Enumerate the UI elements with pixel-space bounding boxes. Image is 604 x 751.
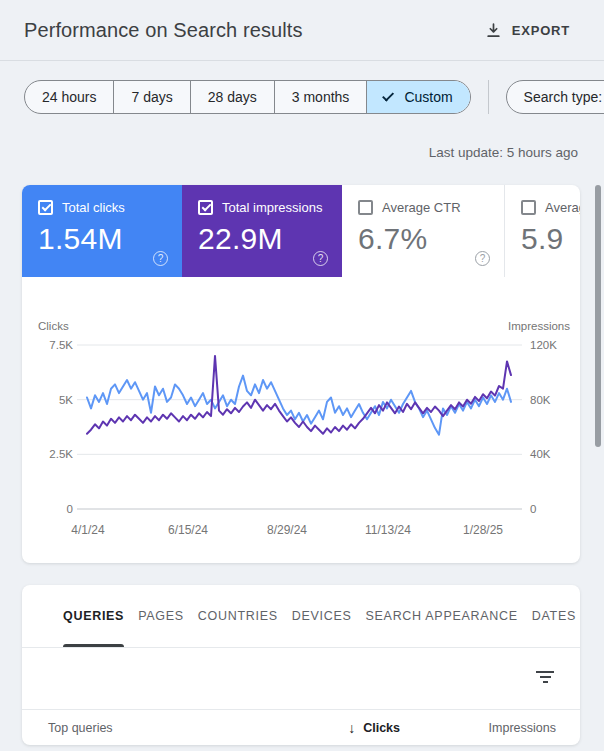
svg-text:Clicks: Clicks [38, 320, 69, 332]
tab-dates[interactable]: DATES [532, 585, 576, 647]
svg-text:11/13/24: 11/13/24 [365, 523, 411, 537]
dimensions-table-card: QUERIESPAGESCOUNTRIESDEVICESSEARCH APPEA… [22, 585, 580, 745]
chip-label: 3 months [292, 89, 350, 105]
time-series-chart[interactable]: 7.5K120K5K80K2.5K40K00ClicksImpressions4… [22, 277, 580, 563]
tile-average-ctr[interactable]: Average CTR 6.7% ? [342, 185, 505, 277]
svg-text:40K: 40K [530, 448, 551, 460]
chart-svg: 7.5K120K5K80K2.5K40K00ClicksImpressions4… [22, 277, 580, 563]
page-title: Performance on Search results [24, 19, 303, 42]
tile-average-position[interactable]: Average position 5.9 [505, 185, 580, 277]
download-icon [485, 22, 502, 39]
metric-tiles: Total clicks 1.54M ? Total impressions 2… [22, 185, 580, 277]
svg-text:80K: 80K [530, 394, 551, 406]
tile-value: 5.9 [521, 222, 580, 256]
svg-text:5K: 5K [59, 394, 73, 406]
search-type-label: Search type: Web [524, 89, 604, 105]
filter-toolbar: 24 hours7 days28 days3 monthsCustom Sear… [24, 80, 604, 114]
date-range-chip-custom[interactable]: Custom [366, 81, 469, 113]
tile-total-clicks[interactable]: Total clicks 1.54M ? [22, 185, 182, 277]
chip-label: 28 days [208, 89, 257, 105]
date-range-chip-3-months[interactable]: 3 months [274, 81, 367, 113]
svg-text:6/15/24: 6/15/24 [168, 523, 208, 537]
svg-text:8/29/24: 8/29/24 [267, 523, 307, 537]
tile-label: Average CTR [382, 200, 461, 215]
performance-chart-card: Total clicks 1.54M ? Total impressions 2… [22, 185, 580, 563]
column-header-top-queries[interactable]: Top queries [48, 721, 270, 735]
help-icon[interactable]: ? [153, 251, 168, 266]
tab-queries[interactable]: QUERIES [63, 585, 124, 647]
svg-text:2.5K: 2.5K [49, 448, 73, 460]
date-range-chip-24-hours[interactable]: 24 hours [25, 81, 113, 113]
filter-list-icon[interactable] [536, 671, 554, 685]
svg-text:Impressions: Impressions [508, 320, 570, 332]
date-range-chip-28-days[interactable]: 28 days [190, 81, 274, 113]
table-filter-row [22, 648, 580, 710]
tile-label: Total impressions [222, 200, 322, 215]
export-button[interactable]: EXPORT [485, 0, 570, 61]
help-icon[interactable]: ? [313, 251, 328, 266]
tab-countries[interactable]: COUNTRIES [198, 585, 278, 647]
column-header-clicks[interactable]: ↓ Clicks [270, 720, 400, 736]
average-ctr-checkbox[interactable] [358, 200, 373, 215]
toolbar-divider [488, 80, 489, 114]
table-header-row: Top queries ↓ Clicks Impressions [22, 710, 580, 745]
date-range-chip-group: 24 hours7 days28 days3 monthsCustom [24, 80, 471, 114]
last-update-text: Last update: 5 hours ago [429, 145, 578, 160]
selected-check-icon [382, 90, 394, 102]
sort-descending-icon: ↓ [348, 720, 355, 736]
dimension-tabs: QUERIESPAGESCOUNTRIESDEVICESSEARCH APPEA… [22, 585, 580, 648]
chip-label: Custom [404, 89, 452, 105]
date-range-chip-7-days[interactable]: 7 days [113, 81, 189, 113]
page-header: Performance on Search results EXPORT [0, 0, 604, 61]
column-header-clicks-label: Clicks [363, 721, 400, 735]
svg-text:7.5K: 7.5K [49, 339, 73, 351]
tile-total-impressions[interactable]: Total impressions 22.9M ? [182, 185, 342, 277]
export-label: EXPORT [512, 23, 570, 38]
vertical-scrollbar[interactable] [595, 185, 601, 447]
tab-devices[interactable]: DEVICES [292, 585, 352, 647]
average-position-checkbox[interactable] [521, 200, 536, 215]
tab-search-appearance[interactable]: SEARCH APPEARANCE [366, 585, 518, 647]
svg-text:4/1/24: 4/1/24 [71, 523, 105, 537]
tab-pages[interactable]: PAGES [138, 585, 184, 647]
total-impressions-checkbox[interactable] [198, 200, 213, 215]
search-type-chip[interactable]: Search type: Web [506, 80, 604, 114]
column-header-impressions[interactable]: Impressions [400, 721, 556, 735]
svg-text:1/28/25: 1/28/25 [463, 523, 503, 537]
chip-label: 24 hours [42, 89, 96, 105]
tile-label: Average position [545, 200, 580, 215]
help-icon[interactable]: ? [475, 251, 490, 266]
tile-label: Total clicks [62, 200, 125, 215]
svg-text:0: 0 [67, 503, 73, 515]
svg-text:0: 0 [530, 503, 536, 515]
svg-text:120K: 120K [530, 339, 557, 351]
chip-label: 7 days [131, 89, 172, 105]
total-clicks-checkbox[interactable] [38, 200, 53, 215]
